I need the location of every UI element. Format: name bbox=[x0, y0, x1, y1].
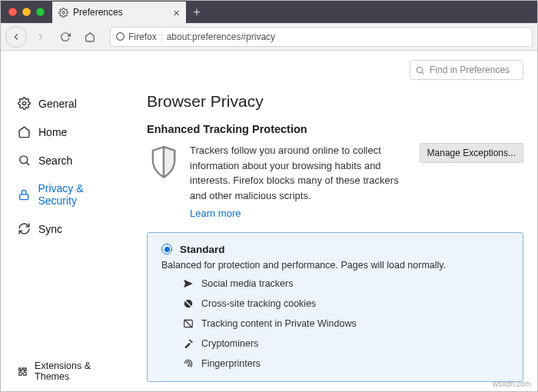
tracker-list: Social media trackers Cross-site trackin… bbox=[161, 278, 509, 369]
fingerprint-icon bbox=[183, 358, 194, 369]
new-tab-button[interactable]: + bbox=[186, 2, 208, 23]
sidebar-item-label: Search bbox=[38, 154, 72, 167]
standard-radio-row[interactable]: Standard bbox=[161, 244, 509, 255]
search-placeholder: Find in Preferences bbox=[430, 65, 510, 75]
identity-label: Firefox bbox=[128, 32, 157, 42]
sidebar-item-search[interactable]: Search bbox=[1, 146, 139, 174]
home-button[interactable] bbox=[79, 26, 101, 48]
tab-preferences[interactable]: Preferences × bbox=[52, 2, 186, 23]
close-window-button[interactable] bbox=[8, 8, 17, 16]
home-icon bbox=[18, 125, 31, 138]
tracker-item: Cross-site tracking cookies bbox=[183, 298, 509, 309]
svg-point-0 bbox=[62, 11, 65, 13]
tracker-label: Cryptominers bbox=[201, 338, 258, 349]
watermark: wsxdn.com bbox=[493, 380, 531, 388]
tracker-item: Fingerprinters bbox=[183, 358, 509, 369]
reload-button[interactable] bbox=[55, 26, 76, 48]
etp-description-block: Trackers follow you around online to col… bbox=[190, 143, 410, 221]
svg-point-5 bbox=[417, 67, 423, 73]
cookie-icon bbox=[183, 298, 194, 309]
identity-box[interactable]: Firefox bbox=[115, 32, 162, 42]
forward-button[interactable] bbox=[30, 26, 51, 48]
shield-icon bbox=[147, 143, 181, 180]
standard-title: Standard bbox=[180, 244, 225, 255]
sidebar-item-label: Sync bbox=[38, 223, 62, 235]
search-icon bbox=[18, 154, 31, 167]
sidebar-item-label: Privacy & Security bbox=[38, 182, 122, 207]
main-panel: Find in Preferences Browser Privacy Enha… bbox=[139, 51, 537, 391]
tracker-label: Cross-site tracking cookies bbox=[201, 298, 316, 309]
puzzle-icon bbox=[18, 366, 28, 377]
back-button[interactable] bbox=[5, 26, 27, 48]
tracker-label: Fingerprinters bbox=[201, 358, 261, 369]
minimize-window-button[interactable] bbox=[22, 8, 31, 16]
page-title: Browser Privacy bbox=[147, 92, 523, 111]
social-trackers-icon bbox=[183, 278, 194, 289]
svg-point-3 bbox=[20, 156, 28, 164]
etp-row: Trackers follow you around online to col… bbox=[147, 143, 523, 221]
tracker-label: Social media trackers bbox=[201, 278, 294, 289]
search-icon bbox=[415, 65, 425, 75]
gear-icon bbox=[58, 8, 68, 18]
content: General Home Search Privacy & Security S… bbox=[1, 51, 537, 391]
url-bar[interactable]: Firefox about:preferences#privacy bbox=[110, 27, 533, 47]
sidebar-item-sync[interactable]: Sync bbox=[1, 214, 139, 243]
svg-point-1 bbox=[117, 33, 125, 41]
tab-title: Preferences bbox=[73, 7, 123, 18]
tab-strip: Preferences × + bbox=[1, 1, 537, 23]
tracker-item: Tracking content in Private Windows bbox=[183, 318, 509, 329]
window-controls bbox=[1, 8, 52, 16]
learn-more-link[interactable]: Learn more bbox=[190, 206, 241, 221]
close-tab-button[interactable]: × bbox=[173, 7, 180, 18]
sidebar-item-label: Extensions & Themes bbox=[35, 360, 122, 382]
manage-exceptions-button[interactable]: Manage Exceptions... bbox=[420, 143, 523, 163]
tracker-item: Cryptominers bbox=[183, 338, 509, 349]
radio-selected-icon[interactable] bbox=[161, 244, 172, 254]
find-in-preferences[interactable]: Find in Preferences bbox=[410, 60, 523, 80]
sidebar: General Home Search Privacy & Security S… bbox=[1, 51, 139, 391]
sidebar-item-extensions[interactable]: Extensions & Themes bbox=[1, 354, 139, 391]
section-title: Enhanced Tracking Protection bbox=[147, 123, 523, 135]
sidebar-item-privacy[interactable]: Privacy & Security bbox=[1, 174, 139, 214]
firefox-icon bbox=[115, 32, 125, 42]
maximize-window-button[interactable] bbox=[36, 8, 45, 16]
sync-icon bbox=[18, 222, 31, 235]
sidebar-item-home[interactable]: Home bbox=[1, 118, 139, 146]
standard-desc: Balanced for protection and performance.… bbox=[161, 260, 509, 271]
lock-icon bbox=[18, 188, 30, 201]
svg-rect-4 bbox=[20, 194, 28, 199]
tracker-label: Tracking content in Private Windows bbox=[201, 318, 357, 329]
standard-option-box: Standard Balanced for protection and per… bbox=[147, 232, 523, 382]
toolbar: Firefox about:preferences#privacy bbox=[1, 23, 537, 51]
sidebar-item-general[interactable]: General bbox=[1, 89, 139, 118]
url-text: about:preferences#privacy bbox=[167, 32, 275, 42]
cryptominer-icon bbox=[183, 338, 194, 349]
etp-description: Trackers follow you around online to col… bbox=[190, 145, 399, 201]
tracking-content-icon bbox=[183, 318, 194, 329]
sidebar-item-label: General bbox=[38, 98, 77, 110]
gear-icon bbox=[18, 97, 31, 110]
sidebar-item-label: Home bbox=[38, 126, 67, 138]
svg-point-2 bbox=[22, 101, 25, 105]
tracker-item: Social media trackers bbox=[183, 278, 509, 289]
